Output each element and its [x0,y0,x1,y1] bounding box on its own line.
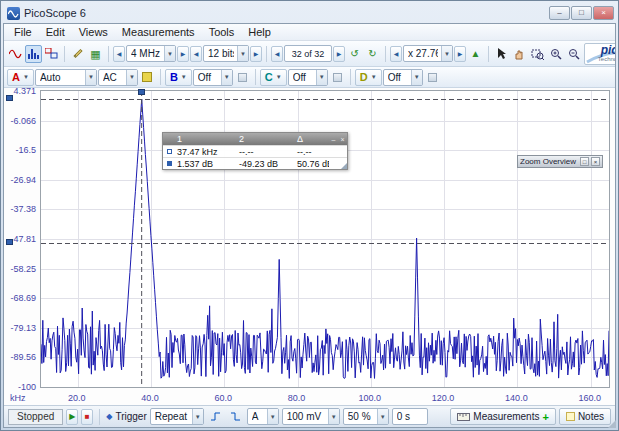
menu-measurements[interactable]: Measurements [115,25,202,39]
sample-rate-value: 4 MHz [131,48,161,59]
buffer-position-field[interactable]: 32 of 32 [284,45,332,62]
sample-rate-decrease-button[interactable]: ◀ [113,46,125,62]
picoscope-window: PicoScope 6 – □ × File Edit Views Measur… [0,0,619,431]
menu-tools[interactable]: Tools [202,25,242,39]
zoom-decrease-button[interactable]: ◀ [390,46,402,62]
channel-d-options-button[interactable] [424,68,441,86]
separator [108,46,109,62]
dropdown-icon: ▼ [85,70,96,85]
channel-b-options-button[interactable] [234,68,251,86]
ruler-legend-header[interactable]: 1 2 Δ – × [163,133,347,145]
x-axis-tick-label: 80.0 [288,393,306,403]
menu-views[interactable]: Views [72,25,115,39]
legend-resize-grip[interactable] [341,163,347,169]
menubar: File Edit Views Measurements Tools Help [4,24,615,41]
dropdown-icon: ▼ [23,74,29,80]
zoom-overview-close-button[interactable]: × [591,157,600,166]
zoom-overview-restore-button[interactable]: □ [580,157,589,166]
zoom-out-button[interactable] [565,45,582,63]
channel-b-range-value: Off [198,72,218,83]
level-ruler-handle[interactable] [6,239,13,245]
menu-file[interactable]: File [7,25,39,39]
rising-edge-icon [210,411,221,422]
x-axis-tick-label: 100.0 [359,393,382,403]
zoom-in-icon [550,48,562,60]
hand-tool-button[interactable] [511,45,528,63]
channel-c-label: C [265,71,273,83]
trigger-mode-select[interactable]: Repeat ▼ [150,408,204,425]
pico-logo: pico Technology [584,43,615,65]
properties-button[interactable]: ▦ [87,45,104,63]
resolution-select[interactable]: 12 bits ▼ [203,45,249,62]
menu-help[interactable]: Help [241,25,278,39]
frequency-ruler-handle[interactable] [138,89,145,95]
zoom-select-tool-button[interactable] [529,45,546,63]
zoom-increase-button[interactable]: ▶ [454,46,466,62]
trigger-source-value: A [252,411,264,422]
notes-button[interactable]: Notes [559,408,611,425]
y-axis-tick-label: -37.38 [4,204,36,214]
channel-c-options-button[interactable] [329,68,346,86]
menu-edit[interactable]: Edit [39,25,72,39]
dropdown-icon: ▼ [192,409,203,424]
trigger-delay-field[interactable]: 0 s [392,408,428,425]
zoom-overview-window[interactable]: Zoom Overview □ × [517,155,603,168]
falling-edge-button[interactable] [227,408,244,426]
maximize-button[interactable]: □ [571,6,592,20]
rising-edge-button[interactable] [207,408,224,426]
x-axis-tick-label: 20.0 [68,393,86,403]
channel-b-range-select[interactable]: Off ▼ [193,69,233,86]
channel-b-menu[interactable]: B ▼ [165,69,192,86]
zoom-full-button[interactable]: ▲ [467,45,484,63]
channel-d-range-select[interactable]: Off ▼ [383,69,423,86]
ruler-legend[interactable]: 1 2 Δ – × 37.47 kHz --.-- --.-- 1. [162,132,348,170]
titlebar[interactable]: PicoScope 6 – □ × [3,3,616,23]
channel-c-menu[interactable]: C ▼ [260,69,287,86]
separator [385,46,386,62]
level-ruler-handle[interactable] [6,95,13,101]
channel-a-coupling-select[interactable]: AC ▼ [98,69,138,86]
channel-a-options-button[interactable] [139,68,156,86]
sample-rate-select[interactable]: 4 MHz ▼ [126,45,176,62]
close-button[interactable]: × [593,6,614,20]
resolution-increase-button[interactable]: ▶ [250,46,262,62]
minimize-button[interactable]: – [549,6,570,20]
y-axis-tick-label: -58.25 [4,264,36,274]
level-ruler-swatch-icon [167,161,172,166]
buffer-previous-button[interactable]: ◀ [271,46,283,62]
buffer-overview-button[interactable]: ↻ [364,45,381,63]
x-axis-tick-label: 60.0 [214,393,232,403]
measurements-button[interactable]: Measurements + [450,408,556,425]
window-resize-grip[interactable] [608,420,616,428]
resolution-decrease-button[interactable]: ◀ [190,46,202,62]
channel-a-menu[interactable]: A ▼ [7,69,34,86]
legend-minimize-button[interactable]: – [329,135,338,144]
sample-rate-increase-button[interactable]: ▶ [177,46,189,62]
spectrum-view-button[interactable] [25,45,42,63]
y-axis-tick-label: -68.69 [4,293,36,303]
channel-d-menu[interactable]: D ▼ [355,69,382,86]
add-view-button[interactable] [43,45,60,63]
zoom-factor-select[interactable]: x 27.76 ▼ [403,45,453,62]
trigger-source-select[interactable]: A ▼ [247,408,279,425]
stop-button[interactable]: ■ [81,409,93,425]
pre-trigger-value: 50 % [348,411,374,422]
pointer-tool-button[interactable] [493,45,510,63]
buffer-next-button[interactable]: ▶ [333,46,345,62]
separator [160,69,161,85]
scope-view-icon [9,48,22,59]
pre-trigger-select[interactable]: 50 % ▼ [343,408,389,425]
buffer-navigator-button[interactable]: ↺ [346,45,363,63]
channel-c-range-select[interactable]: Off ▼ [288,69,328,86]
y-axis-tick-label: -79.13 [4,323,36,333]
zoom-in-button[interactable] [547,45,564,63]
annotate-button[interactable] [69,45,86,63]
trigger-level-select[interactable]: 100 mV ▼ [282,408,340,425]
pencil-icon [73,49,82,58]
scope-view-button[interactable] [7,45,24,63]
channel-a-range-select[interactable]: Auto ▼ [35,69,97,86]
y-axis-tick-label: -89.56 [4,352,36,362]
spectrum-plot[interactable]: 1 2 Δ – × 37.47 kHz --.-- --.-- 1. [40,90,610,388]
start-button[interactable]: ▶ [66,409,78,425]
legend-close-button[interactable]: × [338,135,347,144]
